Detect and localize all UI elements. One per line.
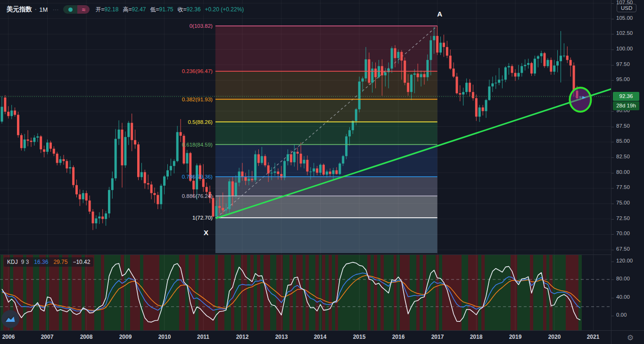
- year-label-2010[interactable]: 2010: [158, 334, 171, 340]
- year-label-2012[interactable]: 2012: [236, 334, 249, 340]
- axis-tick-label: 77.50: [616, 184, 630, 190]
- axis-tick-label: 40.00: [616, 294, 630, 300]
- axis-tick-mark: [611, 65, 614, 66]
- axis-tick-label: 105.00: [616, 15, 633, 21]
- last-price-badge: 92.36: [613, 92, 639, 101]
- year-label-2018[interactable]: 2018: [470, 334, 483, 340]
- year-label-2009[interactable]: 2009: [119, 334, 132, 340]
- fib-level-label: 0.618(84.59): [182, 142, 213, 147]
- axis-tick-mark: [611, 279, 614, 280]
- open-value: 开=92.18: [95, 6, 118, 14]
- fib-level-label: 0.886(76.24): [182, 193, 213, 199]
- axis-tick-label: 87.50: [616, 123, 630, 129]
- time-axis[interactable]: ⚙ 20062007200820092010201120122013201420…: [0, 330, 644, 344]
- axis-tick-mark: [611, 188, 614, 188]
- axis-tick-label: 95.00: [616, 76, 630, 82]
- year-label-2016[interactable]: 2016: [392, 334, 405, 340]
- kdj-params: 9 3: [21, 259, 29, 265]
- year-label-2008[interactable]: 2008: [80, 334, 93, 340]
- axis-tick-mark: [611, 142, 614, 142]
- fib-level-label: 0.382(91.93): [182, 97, 213, 102]
- axis-tick-mark: [611, 3, 614, 4]
- axis-tick-mark: [611, 80, 614, 81]
- axis-tick-mark: [611, 111, 614, 112]
- axis-tick-label: 67.50: [616, 246, 630, 252]
- mountain-chart-icon: [5, 313, 16, 325]
- kdj-d-value: 29.75: [53, 259, 67, 265]
- year-label-2015[interactable]: 2015: [353, 334, 366, 340]
- symbol-legend: 美元指数 · 1M ⋯ ≈ 开=92.18 高=92.47 低=91.75 收=…: [4, 4, 247, 15]
- point-label-A[interactable]: A: [437, 10, 442, 18]
- year-label-2019[interactable]: 2019: [509, 334, 522, 340]
- trading-chart-window: 0(103.82)0.236(96.47)0.382(91.93)0.5(88.…: [0, 0, 644, 344]
- axis-tick-mark: [611, 49, 614, 50]
- axis-tick-label: 72.50: [616, 215, 630, 221]
- year-label-2007[interactable]: 2007: [41, 334, 54, 340]
- axis-tick-label: 102.50: [616, 30, 633, 36]
- price-axis[interactable]: USD 92.36 28d 19h 107.50105.00102.50100.…: [611, 0, 644, 330]
- axis-tick-mark: [611, 250, 614, 250]
- kdj-k-value: 16.36: [34, 259, 48, 265]
- axis-tick-label: 107.50: [616, 0, 633, 5]
- axis-tick-label: 120.00: [616, 258, 633, 263]
- axis-tick-label: 82.50: [616, 154, 630, 159]
- axis-tick-label: 80.00: [616, 276, 630, 281]
- axis-tick-mark: [611, 173, 614, 173]
- interval-label[interactable]: 1M: [39, 6, 48, 13]
- axis-tick-mark: [611, 234, 614, 235]
- symbol-title[interactable]: 美元指数: [7, 5, 32, 14]
- axis-tick-label: 97.50: [616, 61, 630, 67]
- fib-level-label: 0.236(96.47): [182, 68, 213, 74]
- axis-tick-label: 70.00: [616, 230, 630, 236]
- change-value: +0.20 (+0.22%): [205, 6, 244, 13]
- year-label-2017[interactable]: 2017: [431, 334, 444, 340]
- axis-tick-mark: [611, 127, 614, 127]
- high-value: 高=92.47: [123, 6, 146, 14]
- legend-separator: ·: [34, 5, 37, 14]
- chart-logo-button[interactable]: [1, 310, 19, 328]
- close-value: 收=92.36: [178, 6, 201, 14]
- year-label-2013[interactable]: 2013: [275, 334, 288, 340]
- year-label-2014[interactable]: 2014: [314, 334, 327, 340]
- fib-level-label: 1(72.70): [192, 215, 213, 221]
- year-label-2021[interactable]: 2021: [587, 334, 600, 340]
- axis-tick-label: 75.00: [616, 200, 630, 205]
- price-chart-canvas: 0(103.82)0.236(96.47)0.382(91.93)0.5(88.…: [0, 0, 611, 254]
- axis-tick-mark: [611, 204, 614, 204]
- fib-level-label: 0.5(88.26): [188, 119, 213, 125]
- point-label-X[interactable]: X: [204, 229, 208, 237]
- wave-icon: ≈: [77, 5, 90, 14]
- axis-tick-mark: [611, 19, 614, 19]
- indicator-visibility-toggle[interactable]: ≈: [63, 5, 90, 14]
- ellipse-drawing[interactable]: [570, 88, 591, 112]
- axis-tick-mark: [611, 157, 614, 158]
- low-value: 低=91.75: [150, 6, 173, 14]
- bar-countdown-badge: 28d 19h: [613, 101, 639, 110]
- axis-border: [611, 0, 611, 344]
- axis-tick-mark: [611, 219, 614, 220]
- axis-tick-label: 0.00: [616, 312, 627, 318]
- axis-tick-mark: [611, 34, 614, 34]
- kdj-legend: KDJ 9 3 16.36 29.75 −10.42: [4, 257, 93, 267]
- kdj-title[interactable]: KDJ: [7, 259, 18, 265]
- axis-tick-mark: [611, 298, 614, 298]
- axis-tick-label: 100.00: [616, 46, 633, 51]
- year-label-2020[interactable]: 2020: [548, 334, 561, 340]
- year-label-2011[interactable]: 2011: [197, 334, 209, 340]
- more-options-icon[interactable]: ⋯: [52, 6, 59, 13]
- kdj-j-value: −10.42: [73, 259, 90, 265]
- visibility-dot-icon: [63, 5, 77, 14]
- timezone-settings-gear-icon[interactable]: ⚙: [623, 332, 637, 344]
- axis-tick-mark: [611, 262, 614, 262]
- fib-level-label: 0.786(79.36): [182, 174, 213, 180]
- price-chart-pane[interactable]: 0(103.82)0.236(96.47)0.382(91.93)0.5(88.…: [0, 0, 611, 254]
- year-label-2006[interactable]: 2006: [2, 334, 15, 340]
- axis-tick-mark: [611, 316, 614, 316]
- axis-tick-label: 85.00: [616, 138, 630, 144]
- fib-bands-layer: [215, 26, 438, 253]
- axis-tick-label: 80.00: [616, 169, 630, 175]
- fib-level-label: 0(103.82): [190, 23, 213, 29]
